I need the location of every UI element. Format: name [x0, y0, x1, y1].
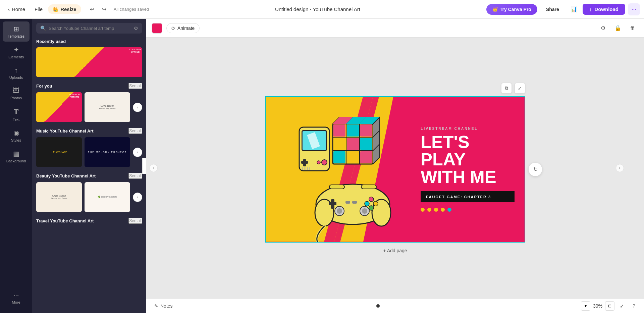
- trash-toolbar-button[interactable]: 🗑: [627, 22, 639, 34]
- filter-toolbar-button[interactable]: ⚙: [597, 22, 609, 34]
- scroll-right-arrow[interactable]: ›: [616, 164, 624, 172]
- filter-icon: ⚙: [601, 25, 605, 31]
- music-next-button[interactable]: ›: [133, 148, 142, 157]
- sidebar-item-label: Text: [13, 117, 19, 121]
- search-input[interactable]: [49, 26, 131, 31]
- design-text-area: LIVESTREAM CHANNEL LET'S PLAY WITH ME FA…: [411, 97, 525, 242]
- canvas-scroll[interactable]: ⧉ ⤢: [146, 38, 644, 298]
- template-beauty1-text: Olivia WilsonFashion, Vlog, Beauty: [51, 195, 67, 199]
- svg-rect-20: [360, 124, 372, 137]
- undo-button[interactable]: ↩: [87, 4, 98, 15]
- template-card-music2[interactable]: THE MELODY PROJECT: [85, 137, 130, 167]
- filter-icon[interactable]: ⚙: [134, 25, 138, 31]
- sidebar-item-label: Elements: [8, 55, 24, 59]
- page-container: ⧉ ⤢: [265, 83, 525, 253]
- home-label: Home: [12, 6, 25, 12]
- try-canva-label: Try Canva Pro: [500, 7, 531, 12]
- resize-button[interactable]: 👑 Resize: [48, 4, 81, 14]
- share-button[interactable]: Share: [540, 4, 565, 15]
- svg-rect-18: [333, 124, 345, 137]
- bottom-right: ▾ 30% ⊟ ⤢ ?: [581, 301, 639, 311]
- home-button[interactable]: ‹ Home: [4, 4, 29, 14]
- template-gaming-text: LET'S PLAYWITH ME: [129, 49, 141, 53]
- top-bar: ‹ Home File 👑 Resize ↩ ↪ All changes sav…: [0, 0, 644, 19]
- template-card-gaming-recent[interactable]: LET'S PLAYWITH ME: [36, 47, 142, 77]
- design-subtitle: FAUGET GAME: CHAPTER 3: [426, 195, 491, 199]
- zoom-level: 30%: [593, 303, 602, 309]
- beauty-next-button[interactable]: ›: [133, 193, 142, 202]
- for-you-grid: LET'S PLAYWITH ME Olivia WilsonFashion, …: [36, 92, 142, 122]
- bottom-bar: ✎ Notes ▾ 30% ⊟ ⤢ ?: [146, 298, 644, 313]
- sidebar-item-text[interactable]: T Text: [3, 104, 30, 125]
- lock-toolbar-button[interactable]: 🔒: [612, 22, 624, 34]
- sidebar-item-styles[interactable]: ◉ Styles: [3, 125, 30, 146]
- color-swatch[interactable]: [152, 23, 162, 34]
- for-you-see-all-button[interactable]: See all: [128, 83, 142, 89]
- sidebar-item-more[interactable]: ··· More: [3, 288, 30, 308]
- recently-used-grid: LET'S PLAYWITH ME: [36, 47, 142, 77]
- sidebar-item-elements[interactable]: ✦ Elements: [3, 42, 30, 62]
- sidebar-item-uploads[interactable]: ↑ Uploads: [3, 63, 30, 83]
- sidebar-item-label: Uploads: [9, 75, 23, 80]
- elements-icon: ✦: [13, 46, 19, 54]
- canvas-toolbar: ⟳ Animate ⚙ 🔒 🗑: [146, 19, 644, 38]
- svg-point-45: [373, 201, 378, 206]
- template-card-music1[interactable]: ♪ PLAYS JAZZ: [36, 137, 82, 167]
- crown-icon: 👑: [492, 7, 498, 12]
- uploads-icon: ↑: [14, 66, 18, 74]
- template-olivia-text: Olivia WilsonFashion, Vlog, Beauty: [99, 105, 116, 109]
- template-card-gaming-foryou[interactable]: LET'S PLAYWITH ME: [36, 92, 82, 122]
- travel-see-all-button[interactable]: See all: [128, 218, 142, 224]
- canvas-top-buttons: ⧉ ⤢: [265, 83, 525, 94]
- svg-rect-19: [347, 124, 359, 137]
- svg-rect-7: [301, 161, 308, 164]
- notes-button[interactable]: ✎ Notes: [152, 302, 175, 310]
- fullscreen-button[interactable]: ⤢: [617, 301, 627, 311]
- svg-rect-22: [347, 138, 359, 150]
- design-dot-3: [434, 208, 438, 212]
- add-page-button[interactable]: + Add page: [383, 248, 407, 253]
- svg-point-52: [362, 208, 367, 214]
- svg-rect-21: [333, 138, 345, 150]
- template-card-olivia[interactable]: Olivia WilsonFashion, Vlog, Beauty: [85, 92, 130, 122]
- pages-view-button[interactable]: ⊟: [605, 301, 614, 311]
- template-card-beauty2[interactable]: 🌿 Beauty Secrets: [85, 182, 130, 212]
- music-section-header: Music YouTube Channel Art See all: [36, 128, 142, 134]
- page-down-button[interactable]: ▾: [581, 301, 590, 311]
- photos-icon: 🖼: [13, 87, 19, 95]
- sidebar-item-photos[interactable]: 🖼 Photos: [3, 84, 30, 103]
- download-label: Download: [594, 6, 619, 12]
- template-card-beauty1[interactable]: Olivia WilsonFashion, Vlog, Beauty: [36, 182, 82, 212]
- animate-button[interactable]: ⟳ Animate: [166, 23, 200, 33]
- help-button[interactable]: ?: [629, 301, 639, 311]
- try-canva-pro-button[interactable]: 👑 Try Canva Pro: [486, 4, 537, 15]
- scroll-left-arrow[interactable]: ‹: [150, 164, 158, 172]
- styles-icon: ◉: [13, 129, 19, 137]
- svg-point-44: [365, 201, 369, 206]
- file-button[interactable]: File: [31, 4, 47, 14]
- more-options-button[interactable]: ···: [628, 3, 640, 15]
- notes-label: Notes: [160, 303, 173, 309]
- beauty-see-all-button[interactable]: See all: [128, 173, 142, 179]
- refresh-icon: ↻: [533, 166, 538, 172]
- sidebar-item-templates[interactable]: ⊞ Templates: [3, 21, 30, 42]
- undo-icon: ↩: [90, 6, 94, 12]
- file-label: File: [35, 6, 43, 12]
- design-livestream-label: LIVESTREAM CHANNEL: [421, 127, 515, 131]
- design-dot-2: [427, 208, 431, 212]
- music-see-all-button[interactable]: See all: [128, 128, 142, 134]
- download-button[interactable]: ↓ Download: [583, 4, 625, 15]
- design-canvas[interactable]: LIVESTREAM CHANNEL LET'S PLAY WITH ME FA…: [265, 96, 525, 243]
- expand-page-button[interactable]: ⤢: [515, 83, 525, 94]
- for-you-next-button[interactable]: ›: [133, 103, 142, 112]
- analytics-button[interactable]: 📊: [568, 3, 580, 15]
- hide-panel-button[interactable]: ‹: [142, 158, 146, 174]
- svg-rect-48: [352, 201, 357, 204]
- refresh-button[interactable]: ↻: [529, 163, 542, 176]
- svg-point-5: [317, 161, 320, 164]
- redo-button[interactable]: ↪: [99, 4, 110, 15]
- copy-page-button[interactable]: ⧉: [501, 83, 512, 94]
- sidebar-item-label: Templates: [8, 34, 24, 38]
- sidebar-item-label: Background: [6, 159, 26, 163]
- sidebar-item-background[interactable]: ▦ Background: [3, 146, 30, 166]
